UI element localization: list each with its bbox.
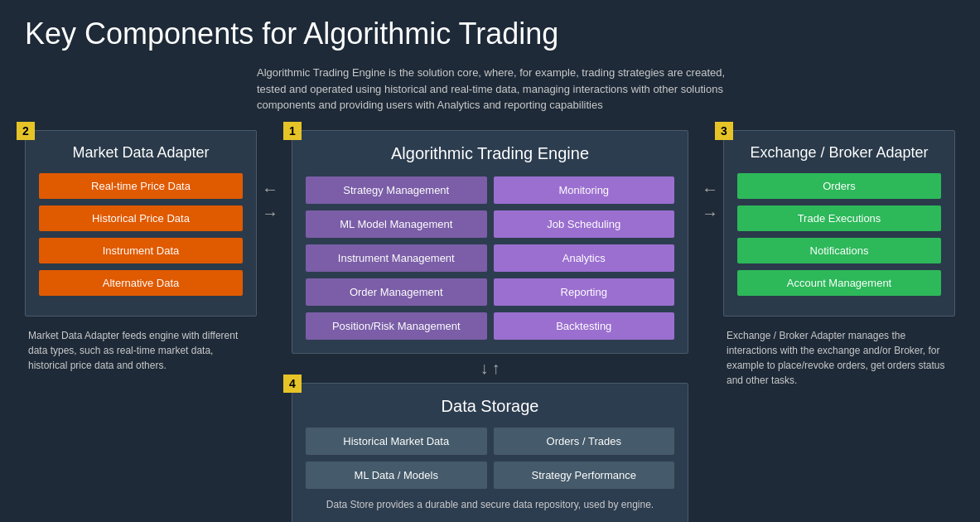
- data-storage-box: 4 Data Storage Historical Market Data Or…: [292, 383, 688, 523]
- market-data-adapter-panel: 2 Market Data Adapter Real-time Price Da…: [25, 130, 257, 373]
- backtesting-btn[interactable]: Backtesting: [494, 312, 675, 340]
- page-title: Key Components for Algorithmic Trading: [25, 17, 955, 51]
- badge-4: 4: [283, 375, 302, 393]
- badge-3: 3: [715, 122, 733, 140]
- page: Key Components for Algorithmic Trading A…: [0, 0, 980, 522]
- exchange-adapter-box: 3 Exchange / Broker Adapter Orders Trade…: [723, 130, 955, 317]
- historical-market-data-btn[interactable]: Historical Market Data: [306, 428, 487, 455]
- left-arrows: ← →: [257, 180, 283, 223]
- exchange-adapter-description: Exchange / Broker Adapter manages the in…: [723, 328, 955, 388]
- ml-data-models-btn[interactable]: ML Data / Models: [306, 462, 487, 489]
- strategy-management-btn[interactable]: Strategy Management: [306, 176, 487, 204]
- engine-grid: Strategy Management Monitoring ML Model …: [306, 176, 674, 340]
- reporting-btn[interactable]: Reporting: [494, 278, 675, 306]
- badge-2: 2: [17, 122, 35, 140]
- trading-engine-title: Algorithmic Trading Engine: [306, 144, 674, 163]
- instrument-management-btn[interactable]: Instrument Management: [306, 244, 487, 272]
- trading-engine-box: 1 Algorithmic Trading Engine Strategy Ma…: [292, 130, 688, 354]
- exchange-adapter-title: Exchange / Broker Adapter: [737, 144, 941, 162]
- monitoring-btn[interactable]: Monitoring: [494, 176, 675, 204]
- account-management-btn[interactable]: Account Management: [737, 270, 941, 296]
- page-description: Algorithmic Trading Engine is the soluti…: [257, 65, 737, 114]
- market-data-description: Market Data Adapter feeds engine with di…: [25, 328, 257, 373]
- right-arrow-left: ←: [702, 180, 718, 199]
- alternative-data-btn[interactable]: Alternative Data: [39, 270, 243, 296]
- diagram-row: 2 Market Data Adapter Real-time Price Da…: [25, 130, 955, 523]
- center-column: 1 Algorithmic Trading Engine Strategy Ma…: [283, 130, 697, 523]
- position-risk-management-btn[interactable]: Position/Risk Management: [306, 312, 487, 340]
- right-arrow-right: →: [702, 204, 718, 223]
- storage-grid: Historical Market Data Orders / Trades M…: [306, 428, 674, 489]
- instrument-data-btn[interactable]: Instrument Data: [39, 238, 243, 263]
- right-arrows: ← →: [697, 180, 723, 223]
- up-arrow: ↑: [492, 359, 500, 378]
- orders-trades-btn[interactable]: Orders / Trades: [494, 428, 675, 455]
- left-arrow-right: →: [262, 204, 278, 223]
- strategy-performance-btn[interactable]: Strategy Performance: [494, 462, 675, 489]
- notifications-btn[interactable]: Notifications: [737, 238, 941, 263]
- historical-price-data-btn[interactable]: Historical Price Data: [39, 205, 243, 231]
- storage-description: Data Store provides a durable and secure…: [306, 499, 674, 510]
- data-storage-title: Data Storage: [306, 397, 674, 416]
- market-data-adapter-title: Market Data Adapter: [39, 144, 243, 162]
- orders-btn[interactable]: Orders: [737, 173, 941, 199]
- ml-model-management-btn[interactable]: ML Model Management: [306, 210, 487, 238]
- analytics-btn[interactable]: Analytics: [494, 244, 675, 272]
- badge-1: 1: [283, 122, 302, 140]
- trade-executions-btn[interactable]: Trade Executions: [737, 205, 941, 231]
- left-arrow-left: ←: [262, 180, 278, 199]
- realtime-price-data-btn[interactable]: Real-time Price Data: [39, 173, 243, 199]
- vertical-arrows: ↓ ↑: [480, 359, 500, 378]
- market-data-adapter-box: 2 Market Data Adapter Real-time Price Da…: [25, 130, 257, 317]
- down-arrow: ↓: [480, 359, 489, 378]
- exchange-adapter-panel: 3 Exchange / Broker Adapter Orders Trade…: [723, 130, 955, 388]
- job-scheduling-btn[interactable]: Job Scheduling: [494, 210, 675, 238]
- order-management-btn[interactable]: Order Management: [306, 278, 487, 306]
